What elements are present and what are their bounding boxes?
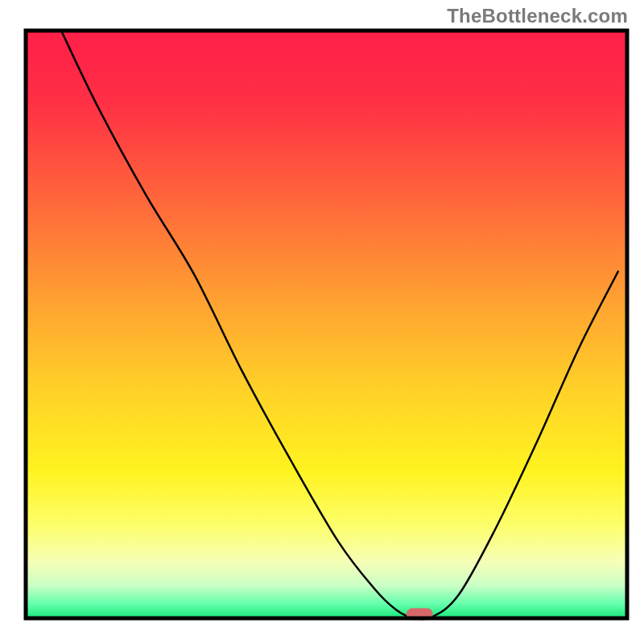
watermark-text: TheBottleneck.com xyxy=(447,5,628,27)
gradient-background xyxy=(26,31,627,618)
bottleneck-chart xyxy=(0,0,644,644)
chart-container: TheBottleneck.com xyxy=(0,0,644,644)
